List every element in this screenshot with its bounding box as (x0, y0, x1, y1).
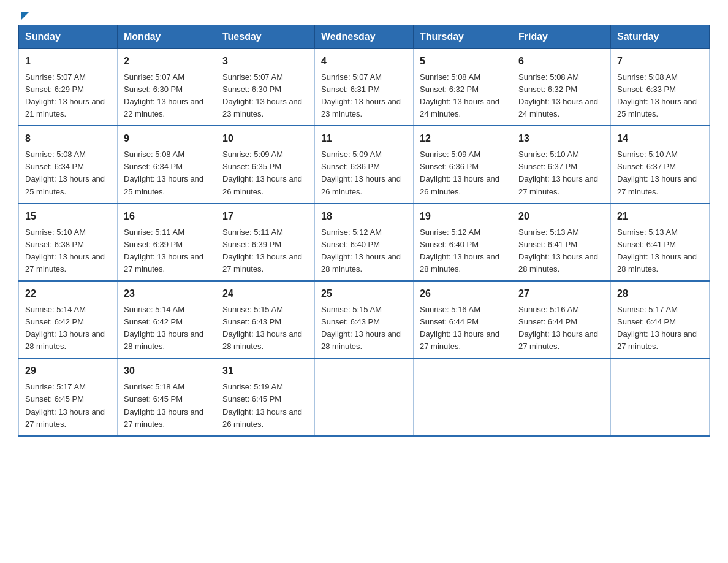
sunrise-info: Sunrise: 5:13 AMSunset: 6:41 PMDaylight:… (518, 228, 598, 274)
calendar-cell: 19Sunrise: 5:12 AMSunset: 6:40 PMDayligh… (414, 204, 512, 281)
sunrise-info: Sunrise: 5:10 AMSunset: 6:37 PMDaylight:… (518, 150, 598, 196)
day-number: 10 (222, 131, 308, 147)
calendar-cell (315, 358, 414, 435)
sunrise-info: Sunrise: 5:16 AMSunset: 6:44 PMDaylight:… (518, 305, 598, 351)
day-number: 23 (124, 286, 210, 302)
page-header (18, 12, 710, 18)
day-number: 4 (321, 54, 407, 69)
calendar-cell: 10Sunrise: 5:09 AMSunset: 6:35 PMDayligh… (216, 126, 315, 203)
logo-triangle-icon (21, 12, 29, 20)
day-number: 3 (222, 54, 308, 69)
calendar-cell (414, 358, 512, 435)
day-number: 31 (222, 364, 308, 379)
day-number: 6 (518, 54, 604, 69)
calendar-cell: 28Sunrise: 5:17 AMSunset: 6:44 PMDayligh… (611, 281, 710, 358)
weekday-header-row: SundayMondayTuesdayWednesdayThursdayFrid… (19, 25, 710, 49)
calendar-week-row: 15Sunrise: 5:10 AMSunset: 6:38 PMDayligh… (19, 204, 710, 281)
calendar-cell (611, 358, 710, 435)
day-number: 22 (25, 286, 111, 302)
calendar-cell: 15Sunrise: 5:10 AMSunset: 6:38 PMDayligh… (19, 204, 118, 281)
sunrise-info: Sunrise: 5:15 AMSunset: 6:43 PMDaylight:… (222, 305, 302, 351)
sunrise-info: Sunrise: 5:09 AMSunset: 6:35 PMDaylight:… (222, 150, 302, 196)
sunrise-info: Sunrise: 5:07 AMSunset: 6:31 PMDaylight:… (321, 72, 401, 118)
weekday-header-thursday: Thursday (414, 25, 512, 49)
weekday-header-tuesday: Tuesday (216, 25, 315, 49)
calendar-cell: 14Sunrise: 5:10 AMSunset: 6:37 PMDayligh… (611, 126, 710, 203)
weekday-header-friday: Friday (512, 25, 611, 49)
day-number: 5 (420, 54, 506, 69)
calendar-cell: 29Sunrise: 5:17 AMSunset: 6:45 PMDayligh… (19, 358, 118, 435)
sunrise-info: Sunrise: 5:08 AMSunset: 6:32 PMDaylight:… (420, 72, 499, 118)
day-number: 25 (321, 286, 407, 302)
day-number: 20 (518, 209, 604, 224)
calendar-cell: 27Sunrise: 5:16 AMSunset: 6:44 PMDayligh… (512, 281, 611, 358)
calendar-cell: 21Sunrise: 5:13 AMSunset: 6:41 PMDayligh… (611, 204, 710, 281)
calendar-cell: 7Sunrise: 5:08 AMSunset: 6:33 PMDaylight… (611, 49, 710, 126)
calendar-week-row: 1Sunrise: 5:07 AMSunset: 6:29 PMDaylight… (19, 49, 710, 126)
logo (18, 12, 29, 18)
calendar-cell: 4Sunrise: 5:07 AMSunset: 6:31 PMDaylight… (315, 49, 414, 126)
calendar-cell: 18Sunrise: 5:12 AMSunset: 6:40 PMDayligh… (315, 204, 414, 281)
calendar-cell: 17Sunrise: 5:11 AMSunset: 6:39 PMDayligh… (216, 204, 315, 281)
calendar-cell: 22Sunrise: 5:14 AMSunset: 6:42 PMDayligh… (19, 281, 118, 358)
sunrise-info: Sunrise: 5:13 AMSunset: 6:41 PMDaylight:… (617, 228, 697, 274)
calendar-week-row: 29Sunrise: 5:17 AMSunset: 6:45 PMDayligh… (19, 358, 710, 435)
day-number: 15 (25, 209, 111, 224)
sunrise-info: Sunrise: 5:08 AMSunset: 6:32 PMDaylight:… (518, 72, 598, 118)
calendar-cell: 23Sunrise: 5:14 AMSunset: 6:42 PMDayligh… (118, 281, 216, 358)
calendar-table: SundayMondayTuesdayWednesdayThursdayFrid… (18, 25, 710, 437)
sunrise-info: Sunrise: 5:08 AMSunset: 6:34 PMDaylight:… (124, 150, 203, 196)
sunrise-info: Sunrise: 5:10 AMSunset: 6:38 PMDaylight:… (25, 228, 105, 274)
day-number: 21 (617, 209, 703, 224)
calendar-cell: 24Sunrise: 5:15 AMSunset: 6:43 PMDayligh… (216, 281, 315, 358)
day-number: 26 (420, 286, 506, 302)
day-number: 29 (25, 364, 111, 379)
day-number: 24 (222, 286, 308, 302)
sunrise-info: Sunrise: 5:11 AMSunset: 6:39 PMDaylight:… (124, 228, 203, 274)
sunrise-info: Sunrise: 5:10 AMSunset: 6:37 PMDaylight:… (617, 150, 697, 196)
sunrise-info: Sunrise: 5:12 AMSunset: 6:40 PMDaylight:… (321, 228, 401, 274)
sunrise-info: Sunrise: 5:17 AMSunset: 6:45 PMDaylight:… (25, 382, 105, 428)
sunrise-info: Sunrise: 5:09 AMSunset: 6:36 PMDaylight:… (420, 150, 499, 196)
calendar-cell: 30Sunrise: 5:18 AMSunset: 6:45 PMDayligh… (118, 358, 216, 435)
sunrise-info: Sunrise: 5:08 AMSunset: 6:34 PMDaylight:… (25, 150, 105, 196)
sunrise-info: Sunrise: 5:19 AMSunset: 6:45 PMDaylight:… (222, 382, 302, 428)
day-number: 14 (617, 131, 703, 147)
sunrise-info: Sunrise: 5:07 AMSunset: 6:30 PMDaylight:… (124, 72, 203, 118)
calendar-cell: 16Sunrise: 5:11 AMSunset: 6:39 PMDayligh… (118, 204, 216, 281)
day-number: 2 (124, 54, 210, 69)
calendar-cell: 3Sunrise: 5:07 AMSunset: 6:30 PMDaylight… (216, 49, 315, 126)
calendar-cell: 31Sunrise: 5:19 AMSunset: 6:45 PMDayligh… (216, 358, 315, 435)
sunrise-info: Sunrise: 5:09 AMSunset: 6:36 PMDaylight:… (321, 150, 401, 196)
sunrise-info: Sunrise: 5:14 AMSunset: 6:42 PMDaylight:… (124, 305, 203, 351)
calendar-cell: 6Sunrise: 5:08 AMSunset: 6:32 PMDaylight… (512, 49, 611, 126)
sunrise-info: Sunrise: 5:18 AMSunset: 6:45 PMDaylight:… (124, 382, 203, 428)
calendar-cell: 5Sunrise: 5:08 AMSunset: 6:32 PMDaylight… (414, 49, 512, 126)
day-number: 27 (518, 286, 604, 302)
calendar-cell: 9Sunrise: 5:08 AMSunset: 6:34 PMDaylight… (118, 126, 216, 203)
day-number: 12 (420, 131, 506, 147)
day-number: 17 (222, 209, 308, 224)
sunrise-info: Sunrise: 5:14 AMSunset: 6:42 PMDaylight:… (25, 305, 105, 351)
day-number: 9 (124, 131, 210, 147)
weekday-header-sunday: Sunday (19, 25, 118, 49)
day-number: 30 (124, 364, 210, 379)
sunrise-info: Sunrise: 5:12 AMSunset: 6:40 PMDaylight:… (420, 228, 499, 274)
calendar-week-row: 22Sunrise: 5:14 AMSunset: 6:42 PMDayligh… (19, 281, 710, 358)
calendar-cell: 1Sunrise: 5:07 AMSunset: 6:29 PMDaylight… (19, 49, 118, 126)
calendar-cell: 12Sunrise: 5:09 AMSunset: 6:36 PMDayligh… (414, 126, 512, 203)
sunrise-info: Sunrise: 5:15 AMSunset: 6:43 PMDaylight:… (321, 305, 401, 351)
sunrise-info: Sunrise: 5:08 AMSunset: 6:33 PMDaylight:… (617, 72, 697, 118)
sunrise-info: Sunrise: 5:07 AMSunset: 6:29 PMDaylight:… (25, 72, 105, 118)
day-number: 8 (25, 131, 111, 147)
sunrise-info: Sunrise: 5:17 AMSunset: 6:44 PMDaylight:… (617, 305, 697, 351)
weekday-header-monday: Monday (118, 25, 216, 49)
calendar-cell (512, 358, 611, 435)
sunrise-info: Sunrise: 5:16 AMSunset: 6:44 PMDaylight:… (420, 305, 499, 351)
day-number: 7 (617, 54, 703, 69)
sunrise-info: Sunrise: 5:07 AMSunset: 6:30 PMDaylight:… (222, 72, 302, 118)
calendar-cell: 26Sunrise: 5:16 AMSunset: 6:44 PMDayligh… (414, 281, 512, 358)
calendar-cell: 2Sunrise: 5:07 AMSunset: 6:30 PMDaylight… (118, 49, 216, 126)
calendar-cell: 11Sunrise: 5:09 AMSunset: 6:36 PMDayligh… (315, 126, 414, 203)
day-number: 16 (124, 209, 210, 224)
